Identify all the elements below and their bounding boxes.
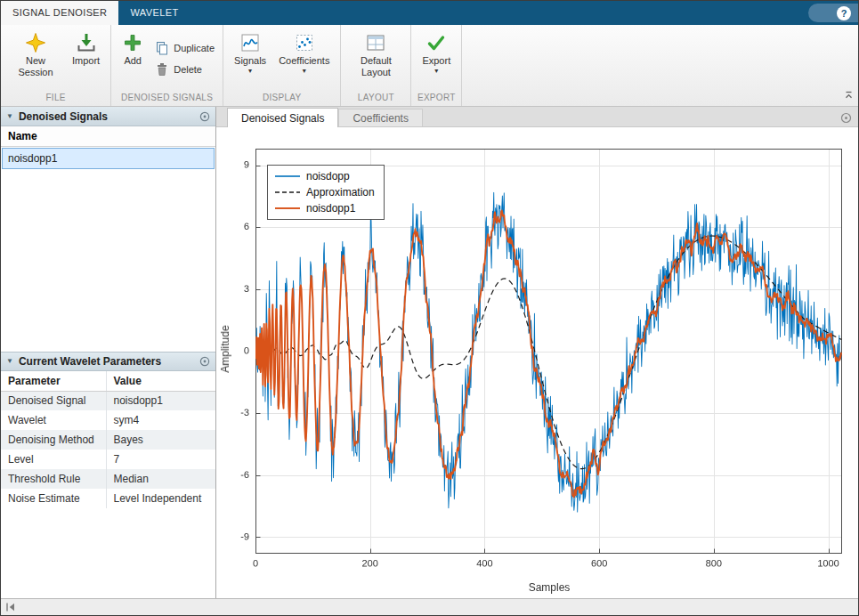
export-icon [425,32,447,53]
add-icon [122,32,143,53]
signal-list: noisdopp1 [1,147,215,352]
export-dropdown-button[interactable]: Export ▾ [416,28,457,78]
button-label: Delete [174,64,202,75]
section-label-display: DISPLAY [223,93,340,106]
legend-line-sample [274,188,301,197]
button-label: Default Layout [352,55,400,77]
value-cell: sym4 [106,410,215,430]
delete-icon [155,62,169,77]
document-tab-bar: Denoised Signals Coefficients [216,107,858,127]
chevron-down-icon: ▾ [248,68,252,75]
section-label-file: FILE [1,93,110,106]
table-header-row: Parameter Value [1,371,215,391]
param-cell: Noise Estimate [1,489,106,508]
collapse-panel-icon[interactable]: ▼ [6,113,13,120]
table-row: Threshold Rule Median [1,469,215,489]
value-cell: Level Independent [106,489,215,508]
toolbar-section-export: Export ▾ EXPORT [411,25,462,106]
wavelet-parameters-panel-header: ▼ Current Wavelet Parameters [1,352,215,371]
legend-label: noisdopp1 [306,202,355,215]
tab-wavelet[interactable]: WAVELET [118,1,190,25]
section-label-export: EXPORT [411,93,461,106]
value-cell: noisdopp1 [106,391,215,410]
toolbar-section-layout: Default Layout LAYOUT [341,25,411,106]
button-label: Add [124,55,142,67]
duplicate-button[interactable]: Duplicate [155,41,215,55]
sidebar: ▼ Denoised Signals Name noisdopp1 ▼ Curr… [1,107,216,598]
section-label-layout: LAYOUT [341,93,410,106]
tab-signal-denoiser[interactable]: SIGNAL DENOISER [1,1,118,25]
legend-item: Approximation [274,186,375,199]
legend-line-sample [274,172,301,181]
table-row: Noise Estimate Level Independent [1,489,215,508]
table-row: Denoised Signal noisdopp1 [1,391,215,410]
default-layout-icon [365,32,386,53]
param-cell: Level [1,450,106,469]
button-label: Export [422,55,450,67]
doc-tab-coefficients[interactable]: Coefficients [338,109,422,126]
section-label-denoised-signals: DENOISED SIGNALS [111,93,223,106]
signals-dropdown-button[interactable]: Signals ▾ [228,28,272,78]
doc-tab-denoised-signals[interactable]: Denoised Signals [227,108,338,127]
panel-actions-icon[interactable] [199,356,210,367]
legend-item: noisdopp [274,170,375,182]
tab-actions-icon[interactable] [840,111,852,127]
new-session-button[interactable]: New Session [5,28,66,81]
main-area: ▼ Denoised Signals Name noisdopp1 ▼ Curr… [1,107,858,598]
toolbar-section-denoised-signals: Add Duplicate [111,25,223,106]
button-label: Signals [234,55,266,67]
signal-list-name-header: Name [1,126,215,147]
button-label: New Session [12,55,60,77]
collapse-up-icon [844,90,854,100]
table-row: Wavelet sym4 [1,410,215,430]
help-icon: ? [837,6,851,20]
panel-title: Denoised Signals [19,110,194,123]
wavelet-parameters-table: Parameter Value Denoised Signal noisdopp… [1,371,215,508]
coefficients-dropdown-button[interactable]: Coefficients ▾ [272,28,336,78]
value-cell: Bayes [106,430,215,450]
sidebar-filler [1,508,215,598]
chevron-down-icon: ▾ [434,68,438,75]
signals-icon [239,32,261,53]
duplicate-icon [155,41,169,55]
toolbar-section-file: New Session Import FILE [1,25,111,106]
table-row: Level 7 [1,450,215,469]
param-cell: Denoised Signal [1,391,106,410]
import-button[interactable]: Import [66,28,106,70]
coefficients-icon [294,32,315,53]
status-bar [1,598,858,615]
legend-line-sample [274,204,301,213]
document-area: Denoised Signals Coefficients Amplitude … [216,107,858,598]
panel-actions-icon[interactable] [199,111,210,122]
add-button[interactable]: Add [116,28,150,70]
collapse-panel-icon[interactable]: ▼ [6,358,13,365]
param-cell: Denoising Method [1,430,106,450]
import-icon [76,32,97,53]
panel-title: Current Wavelet Parameters [19,355,194,368]
legend-label: Approximation [306,186,375,199]
delete-button[interactable]: Delete [155,62,215,77]
table-row: Denoising Method Bayes [1,430,215,450]
collapse-ribbon-button[interactable] [844,87,854,103]
value-cell: Median [106,469,215,489]
legend-label: noisdopp [306,170,350,182]
help-button[interactable]: ? [808,4,858,22]
collapse-left-icon [5,602,16,612]
button-label: Import [72,55,100,67]
x-axis-label: Samples [529,581,571,594]
button-label: Duplicate [174,43,215,53]
button-label: Coefficients [279,55,329,67]
toolbar: New Session Import FILE [1,25,858,107]
chart-legend: noisdopp Approximation noisdopp1 [267,165,385,220]
app-window: SIGNAL DENOISER WAVELET ? New Session [0,0,859,616]
parameter-column-header: Parameter [1,371,106,391]
collapse-sidebar-button[interactable] [5,602,16,612]
ribbon-tab-strip: SIGNAL DENOISER WAVELET ? [1,1,858,25]
value-cell: 7 [106,450,215,469]
signal-list-item[interactable]: noisdopp1 [2,148,215,169]
chevron-down-icon: ▾ [303,68,306,75]
toolbar-section-display: Signals ▾ Coefficients ▾ DISPL [223,25,341,106]
new-session-icon [25,32,46,53]
param-cell: Threshold Rule [1,469,106,489]
default-layout-button[interactable]: Default Layout [345,28,406,81]
